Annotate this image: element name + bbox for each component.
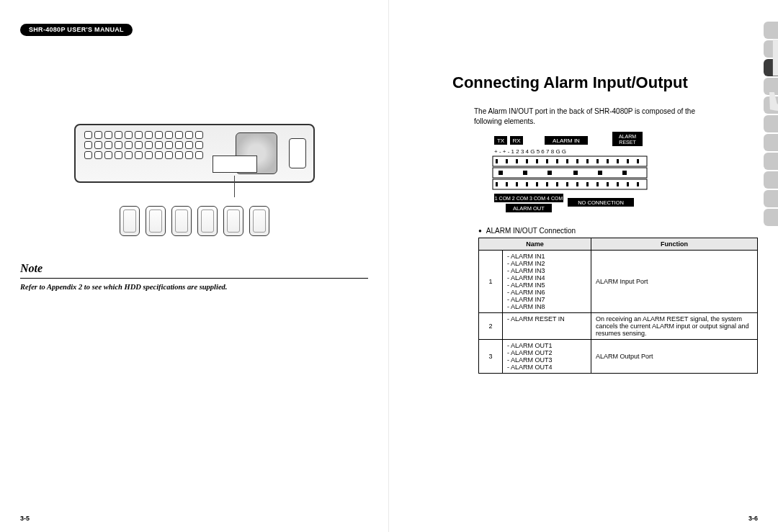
svg-rect-42 [617,182,619,186]
intro-paragraph: The Alarm IN/OUT port in the back of SHR… [474,107,719,126]
svg-rect-27 [617,159,619,163]
thumb-tabs [764,22,778,226]
row-function: On receiving an ALARM RESET signal, the … [591,313,758,340]
label-top-numbers: + - + - 1 2 3 4 G 5 6 7 8 G G [494,148,566,155]
row-function: ALARM Input Port [591,251,758,313]
svg-rect-19 [536,159,538,163]
alarm-table: Name Function 1 - ALARM IN1 - ALARM IN2 … [478,238,758,374]
hdd-icon [197,206,218,236]
svg-rect-31 [506,182,508,186]
table-row: 3 - ALARM OUT1 - ALARM OUT2 - ALARM OUT3… [479,340,758,374]
note-text: Refer to Appendix 2 to see which HDD spe… [20,283,368,291]
power-plug-icon [289,138,306,168]
hdd-icon [171,206,192,236]
terminal-diagram-svg: TX RX ALARM IN ALARMRESET + - + - 1 2 3 … [488,132,705,218]
svg-rect-15 [496,159,498,163]
svg-rect-41 [607,182,609,186]
label-rx: RX [512,137,521,144]
svg-rect-26 [607,159,609,163]
svg-rect-29 [637,159,639,163]
th-name: Name [479,238,591,251]
section-heading: ALARM IN/OUT Connection [478,227,758,235]
svg-rect-43 [627,182,629,186]
page-number-left: 3-5 [20,515,30,522]
svg-rect-20 [546,159,548,163]
leader-line-icon [234,176,235,197]
svg-rect-33 [526,182,528,186]
svg-rect-44 [637,182,639,186]
row-index: 1 [479,251,503,313]
svg-rect-38 [576,182,578,186]
th-function: Function [591,238,758,251]
table-row: 1 - ALARM IN1 - ALARM IN2 - ALARM IN3 - … [479,251,758,313]
svg-rect-14 [622,171,627,175]
row-index: 3 [479,340,503,374]
svg-rect-21 [556,159,558,163]
right-page: 5 Connecting Alarm Input/Output The Alar… [389,0,778,532]
terminal-rows-icon [493,156,647,189]
svg-rect-35 [546,182,548,186]
svg-rect-39 [586,182,589,186]
hdd-icon [223,206,243,236]
row-function: ALARM Output Port [591,340,758,374]
hdd-icon [146,206,166,236]
svg-rect-16 [506,159,508,163]
svg-rect-40 [596,182,599,186]
label-bottom-block: 1 COM 2 COM 3 COM 4 COM [495,196,563,201]
svg-rect-11 [547,171,552,175]
label-tx: TX [497,137,505,144]
svg-rect-25 [596,159,599,163]
hdd-icons-row [20,206,368,236]
spread-container: SHR-4080P USER'S MANUAL [0,0,778,532]
terminal-block-icon [213,155,257,173]
horizontal-rule [20,278,368,279]
page-spread: SHR-4080P USER'S MANUAL [0,0,778,532]
svg-rect-9 [498,171,503,175]
svg-rect-37 [566,182,568,186]
row-index: 2 [479,313,503,340]
label-no-connection: NO CONNECTION [578,199,624,206]
row-name: - ALARM IN1 - ALARM IN2 - ALARM IN3 - AL… [503,251,591,313]
manual-title-tab: SHR-4080P USER'S MANUAL [20,24,133,36]
svg-rect-23 [576,159,578,163]
connector-grid-icon [84,131,203,159]
hdd-icon [120,206,140,236]
terminal-diagram: TX RX ALARM IN ALARMRESET + - + - 1 2 3 … [488,132,758,221]
row-name: - ALARM OUT1 - ALARM OUT2 - ALARM OUT3 -… [503,340,591,374]
svg-rect-24 [586,159,589,163]
label-alarm-in: ALARM IN [553,137,580,144]
svg-text:RESET: RESET [619,140,636,145]
svg-text:ALARM: ALARM [619,134,636,139]
svg-rect-18 [526,159,528,163]
table-row: 2 - ALARM RESET IN On receiving an ALARM… [479,313,758,340]
note-block: Note Refer to Appendix 2 to see which HD… [20,262,368,291]
hdd-icon [249,206,269,236]
svg-rect-17 [516,159,518,163]
note-label: Note [20,262,368,275]
label-alarm-out: ALARM OUT [513,205,545,212]
svg-rect-34 [536,182,538,186]
chapter-title: Connecting Alarm Input/Output [452,73,758,92]
svg-rect-32 [516,182,518,186]
row-name: - ALARM RESET IN [503,313,591,340]
svg-rect-13 [598,171,602,175]
left-page: SHR-4080P USER'S MANUAL [0,0,389,532]
page-number-right: 3-6 [748,515,758,522]
rear-panel-illustration [74,124,315,183]
svg-rect-12 [573,171,578,175]
svg-rect-28 [627,159,629,163]
svg-rect-22 [566,159,568,163]
svg-rect-10 [523,171,527,175]
svg-rect-36 [556,182,558,186]
svg-rect-30 [496,182,498,186]
